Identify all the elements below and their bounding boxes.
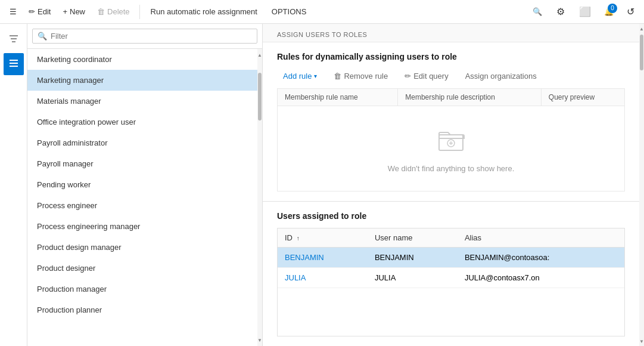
edit-query-label: Edit query bbox=[413, 72, 449, 81]
sidebar-scrollbar[interactable]: ▲ ▼ bbox=[257, 49, 262, 346]
filter-input-wrap: 🔍 bbox=[32, 29, 257, 44]
run-assignment-button[interactable]: Run automatic role assignment bbox=[145, 5, 263, 18]
options-button[interactable]: OPTIONS bbox=[266, 5, 313, 18]
svg-rect-4 bbox=[10, 63, 18, 64]
run-assignment-label: Run automatic role assignment bbox=[151, 7, 257, 16]
user-id-cell: BENJAMIN bbox=[278, 248, 368, 268]
list-item[interactable]: Materials manager bbox=[27, 91, 257, 112]
toolbar-right: 🔍 ⚙ ⬜ 🔔 0 ↺ bbox=[528, 4, 639, 20]
filter-input[interactable] bbox=[51, 32, 252, 41]
alias-cell: BENJAMIN@contoasoa: bbox=[458, 248, 624, 268]
filter-bar-icon[interactable] bbox=[4, 29, 24, 51]
hamburger-button[interactable]: ☰ bbox=[5, 5, 21, 18]
assign-orgs-label: Assign organizations bbox=[465, 72, 537, 81]
add-rule-button[interactable]: Add rule ▾ bbox=[277, 69, 323, 84]
list-item-label: Materials manager bbox=[37, 97, 101, 106]
office-icon: ⬜ bbox=[579, 6, 591, 17]
sidebar: 🔍 Marketing coordinatorMarketing manager… bbox=[27, 24, 263, 346]
list-item[interactable]: Pending worker bbox=[27, 174, 257, 195]
edit-query-button[interactable]: ✏ Edit query bbox=[399, 69, 455, 84]
list-item-label: Office integration power user bbox=[37, 118, 136, 126]
right-panel: ASSIGN USERS TO ROLES Rules for dynamica… bbox=[263, 24, 639, 346]
edit-label: Edit bbox=[38, 7, 51, 16]
settings-icon: ⚙ bbox=[556, 6, 565, 17]
sidebar-list-wrap: Marketing coordinatorMarketing managerMa… bbox=[27, 49, 262, 346]
new-button[interactable]: + New bbox=[58, 5, 90, 18]
empty-folder-icon bbox=[278, 124, 624, 159]
table-row[interactable]: BENJAMIN BENJAMIN BENJAMIN@contoasoa: bbox=[278, 248, 624, 268]
right-scroll-up[interactable]: ▲ bbox=[639, 24, 644, 33]
list-item[interactable]: Process engineering manager bbox=[27, 216, 257, 237]
alias-cell: JULIA@contoasx7.on bbox=[458, 268, 624, 288]
right-scrollbar-thumb bbox=[640, 35, 643, 70]
list-item-label: Production planner bbox=[37, 305, 102, 314]
list-item[interactable]: Production planner bbox=[27, 299, 257, 320]
list-item[interactable]: Process engineer bbox=[27, 195, 257, 216]
list-item[interactable]: Production manager bbox=[27, 279, 257, 299]
list-bar-icon[interactable] bbox=[4, 53, 24, 75]
users-col1-header: ID ↑ bbox=[278, 228, 368, 248]
username-cell: JULIA bbox=[368, 268, 458, 288]
list-item[interactable]: Product designer bbox=[27, 258, 257, 279]
hamburger-icon: ☰ bbox=[10, 7, 17, 16]
delete-label: Delete bbox=[107, 7, 130, 16]
rules-section-title: Rules for dynamically assigning users to… bbox=[277, 52, 625, 61]
list-item[interactable]: Marketing coordinator bbox=[27, 49, 257, 70]
rules-empty-row: We didn't find anything to show here. bbox=[278, 106, 625, 191]
right-scroll-down[interactable]: ▼ bbox=[639, 336, 644, 346]
toolbar: ☰ ✏ Edit + New 🗑 Delete Run automatic ro… bbox=[0, 0, 644, 24]
search-button[interactable]: 🔍 bbox=[528, 5, 547, 18]
users-col2-header: User name bbox=[368, 228, 458, 248]
office-button[interactable]: ⬜ bbox=[574, 4, 596, 20]
users-col3-header: Alias bbox=[458, 228, 624, 248]
settings-button[interactable]: ⚙ bbox=[552, 4, 570, 20]
refresh-icon: ↺ bbox=[627, 6, 634, 17]
assign-orgs-button[interactable]: Assign organizations bbox=[459, 69, 543, 84]
list-item-label: Pending worker bbox=[37, 180, 91, 189]
users-table: ID ↑ User name Alias BENJAMIN BENJAMIN B… bbox=[278, 228, 624, 288]
add-rule-label: Add rule bbox=[283, 72, 312, 81]
options-label: OPTIONS bbox=[272, 7, 307, 16]
sort-icon[interactable]: ↑ bbox=[297, 235, 300, 242]
remove-rule-icon: 🗑 bbox=[334, 72, 341, 81]
rules-col2-header: Membership rule description bbox=[398, 89, 542, 106]
right-panel-scrollbar[interactable]: ▲ ▼ bbox=[639, 24, 644, 346]
panel-header-text: ASSIGN USERS TO ROLES bbox=[277, 31, 367, 38]
users-section: Users assigned to role ID ↑ User name Al… bbox=[263, 202, 639, 346]
users-section-title: Users assigned to role bbox=[277, 211, 625, 221]
rules-col3-header: Query preview bbox=[541, 89, 624, 106]
list-item-label: Payroll administrator bbox=[37, 138, 108, 147]
edit-button[interactable]: ✏ Edit bbox=[24, 5, 55, 18]
list-item[interactable]: Office integration power user bbox=[27, 112, 257, 132]
list-item[interactable]: Marketing manager bbox=[27, 70, 257, 91]
rules-empty-message: We didn't find anything to show here. bbox=[278, 164, 624, 173]
sidebar-filter: 🔍 bbox=[27, 24, 262, 49]
sidebar-scroll-down[interactable]: ▼ bbox=[257, 334, 262, 346]
username-cell: BENJAMIN bbox=[368, 248, 458, 268]
plus-icon: + bbox=[63, 7, 67, 16]
notification-count: 0 bbox=[608, 4, 617, 13]
notification-button[interactable]: 🔔 0 bbox=[601, 4, 617, 20]
list-item[interactable]: Payroll manager bbox=[27, 153, 257, 174]
list-item-label: Payroll manager bbox=[37, 159, 94, 168]
list-item[interactable]: Payroll administrator bbox=[27, 132, 257, 153]
list-item-label: Product design manager bbox=[37, 243, 122, 252]
list-item-label: Production manager bbox=[37, 285, 107, 294]
sidebar-scroll-up[interactable]: ▲ bbox=[257, 49, 262, 61]
remove-rule-button[interactable]: 🗑 Remove rule bbox=[328, 69, 394, 84]
rules-action-bar: Add rule ▾ 🗑 Remove rule ✏ Edit query As… bbox=[277, 69, 625, 84]
filter-magnifier-icon: 🔍 bbox=[38, 32, 47, 41]
toolbar-divider bbox=[139, 5, 140, 19]
users-table-body: BENJAMIN BENJAMIN BENJAMIN@contoasoa: JU… bbox=[278, 248, 624, 288]
remove-rule-label: Remove rule bbox=[344, 72, 388, 81]
list-item-label: Product designer bbox=[37, 264, 95, 273]
rules-table: Membership rule name Membership rule des… bbox=[277, 88, 625, 191]
list-item-label: Process engineering manager bbox=[37, 222, 140, 231]
table-row[interactable]: JULIA JULIA JULIA@contoasx7.on bbox=[278, 268, 624, 288]
search-icon: 🔍 bbox=[533, 7, 542, 16]
new-label: New bbox=[70, 7, 85, 16]
list-item[interactable]: Product design manager bbox=[27, 237, 257, 258]
refresh-button[interactable]: ↺ bbox=[622, 4, 639, 20]
delete-button[interactable]: 🗑 Delete bbox=[92, 5, 135, 18]
list-item-label: Marketing manager bbox=[37, 76, 104, 85]
